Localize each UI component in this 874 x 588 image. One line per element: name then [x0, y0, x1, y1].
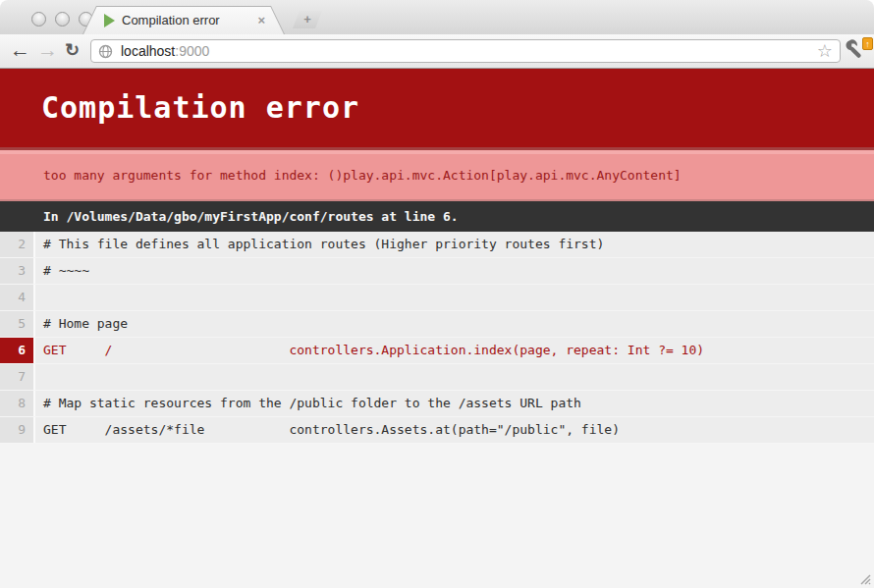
- line-number: 8: [0, 391, 35, 416]
- error-page-header: Compilation error: [0, 69, 874, 147]
- url-port: :9000: [175, 43, 209, 59]
- code-lines: 2 # This file defines all application ro…: [0, 232, 874, 444]
- window-minimize-button[interactable]: [55, 12, 70, 27]
- line-number: 6: [0, 338, 35, 363]
- update-available-badge: ↑: [862, 37, 873, 50]
- browser-window: Compilation error × + ← → ↻ localhost:90…: [0, 0, 874, 588]
- code-row: 4: [0, 285, 874, 311]
- code-row: 9 GET /assets/*file controllers.Assets.a…: [0, 417, 874, 444]
- tab-close-icon[interactable]: ×: [257, 13, 265, 27]
- error-message: too many arguments for method index: ()p…: [43, 168, 682, 183]
- code-row: 8 # Map static resources from the /publi…: [0, 391, 874, 417]
- reload-button[interactable]: ↻: [65, 34, 80, 68]
- line-text: # Map static resources from the /public …: [35, 391, 874, 416]
- line-number: 3: [0, 258, 35, 284]
- error-location-bar: In /Volumes/Data/gbo/myFirstApp/conf/rou…: [0, 201, 874, 232]
- bookmark-star-icon[interactable]: ☆: [817, 42, 833, 60]
- chrome-menu-wrench-button[interactable]: ↑: [845, 38, 871, 64]
- error-message-banner: too many arguments for method index: ()p…: [0, 147, 874, 201]
- address-bar[interactable]: localhost:9000 ☆: [90, 39, 841, 63]
- window-close-button[interactable]: [31, 12, 46, 27]
- tab-compilation-error[interactable]: Compilation error ×: [82, 6, 285, 34]
- code-row: 6 GET / controllers.Application.index(pa…: [0, 338, 874, 364]
- line-number: 9: [0, 417, 35, 443]
- line-text: [35, 285, 874, 310]
- line-text: # This file defines all application rout…: [35, 232, 874, 257]
- new-tab-button[interactable]: +: [293, 11, 322, 28]
- forward-button[interactable]: →: [37, 34, 58, 68]
- navigation-toolbar: ← → ↻ localhost:9000 ☆ ↑: [0, 34, 874, 69]
- code-row: 7: [0, 364, 874, 391]
- error-location: In /Volumes/Data/gbo/myFirstApp/conf/rou…: [43, 209, 459, 224]
- line-text: [35, 364, 874, 390]
- line-text: # Home page: [35, 311, 874, 337]
- play-framework-favicon-icon: [104, 14, 115, 27]
- code-row: 2 # This file defines all application ro…: [0, 232, 874, 258]
- code-row: 3 # ~~~~: [0, 258, 874, 285]
- url-host: localhost: [121, 43, 175, 59]
- back-button[interactable]: ←: [10, 34, 30, 68]
- line-number: 4: [0, 285, 35, 310]
- line-text: GET /assets/*file controllers.Assets.at(…: [35, 417, 874, 443]
- page-title: Compilation error: [0, 69, 874, 125]
- tab-title: Compilation error: [122, 13, 251, 27]
- line-text: # ~~~~: [35, 258, 874, 284]
- globe-icon: [98, 44, 113, 59]
- tab-strip: Compilation error × +: [0, 0, 874, 34]
- url-text[interactable]: localhost:9000: [121, 43, 209, 59]
- code-row: 5 # Home page: [0, 311, 874, 338]
- line-number: 5: [0, 311, 35, 337]
- line-number: 2: [0, 232, 35, 257]
- line-number: 7: [0, 364, 35, 390]
- line-text: GET / controllers.Application.index(page…: [35, 338, 874, 363]
- window-resize-grip[interactable]: [857, 571, 871, 585]
